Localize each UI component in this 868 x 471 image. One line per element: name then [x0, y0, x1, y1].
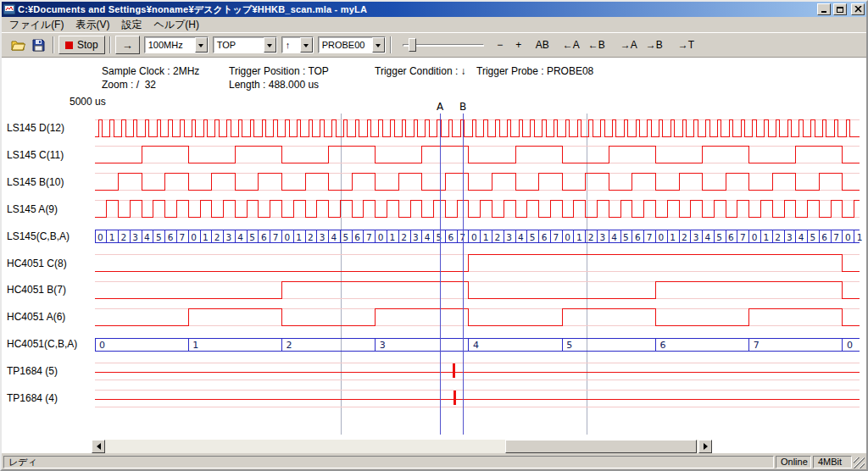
bus-value: 3	[320, 232, 326, 242]
bus-value: 3	[787, 232, 793, 242]
scroll-thumb[interactable]	[505, 440, 697, 453]
trace-LS145-C-11	[95, 147, 860, 163]
bus-value: 5	[623, 232, 629, 242]
bus-value: 7	[833, 232, 839, 242]
bus-value: 7	[553, 232, 559, 242]
bus-value: 2	[308, 232, 314, 242]
bus-value: 0	[378, 232, 384, 242]
bus-value: 0	[284, 232, 290, 242]
chevron-down-icon[interactable]	[372, 37, 385, 53]
glitch-pulse	[453, 391, 456, 405]
zoom-out-button[interactable]: −	[491, 36, 509, 54]
chevron-down-icon[interactable]	[264, 37, 276, 53]
trigger-position-select[interactable]: TOP	[213, 36, 277, 53]
client-area: Sample Clock : 2MHz Trigger Position : T…	[2, 58, 866, 453]
set-marker-b-button[interactable]: →B	[642, 36, 667, 54]
bus-value: 7	[273, 232, 279, 242]
bus-value: 0	[565, 232, 570, 242]
bus-value: 3	[413, 232, 419, 242]
resize-grip[interactable]	[854, 457, 865, 468]
bus-value: 4	[237, 232, 243, 242]
close-button[interactable]	[851, 3, 865, 15]
bus-value: 5	[810, 232, 816, 242]
bus-value: 0	[658, 232, 664, 242]
bus-value: 1	[857, 232, 863, 242]
bus-value: 2	[775, 232, 781, 242]
bus-value: 1	[296, 232, 302, 242]
maximize-button[interactable]	[833, 3, 847, 15]
bus-value: 4	[705, 232, 711, 242]
bus-value: 7	[366, 232, 372, 242]
bus-value: 4	[473, 340, 479, 351]
trace-LS145-A-9	[95, 201, 860, 218]
zoom-slider-thumb[interactable]	[409, 38, 416, 52]
trigger-probe-select[interactable]: PROBE00	[318, 36, 386, 53]
scroll-right-button[interactable]	[698, 440, 712, 453]
bus-value: 6	[168, 232, 174, 242]
toolbar-separator	[390, 36, 392, 53]
stop-icon	[65, 42, 73, 49]
bus-value: 7	[754, 340, 760, 351]
ab-span-button[interactable]: AB	[531, 36, 554, 54]
toolbar-separator	[109, 36, 111, 53]
horizontal-scrollbar[interactable]	[92, 440, 712, 453]
bus-value: 1	[670, 232, 676, 242]
menu-file[interactable]: ファイル(F)	[3, 17, 70, 33]
bus-value: 0	[97, 232, 103, 242]
goto-marker-b-button[interactable]: ←B	[584, 36, 609, 54]
bus-value: 5	[716, 232, 722, 242]
bus-value: 2	[495, 232, 501, 242]
bus-value: 3	[380, 340, 386, 351]
bus-value: 5	[342, 232, 348, 242]
chevron-down-icon[interactable]	[195, 37, 208, 53]
zoom-slider[interactable]	[401, 36, 486, 54]
title-bar[interactable]: C:¥Documents and Settings¥noname¥デスクトップ¥…	[2, 2, 866, 17]
scroll-right-icon	[704, 443, 711, 450]
zoom-in-button[interactable]: +	[509, 36, 528, 54]
bus-value: 3	[693, 232, 699, 242]
goto-marker-a-button[interactable]: ←A	[559, 36, 584, 54]
menu-help[interactable]: ヘルプ(H)	[147, 17, 205, 33]
goto-trigger-button[interactable]: →T	[674, 36, 698, 54]
menu-view[interactable]: 表示(V)	[70, 17, 115, 33]
run-button[interactable]: →	[115, 36, 140, 54]
bus-value: 0	[99, 340, 105, 351]
window-title: C:¥Documents and Settings¥noname¥デスクトップ¥…	[18, 3, 815, 16]
bus-value: 4	[518, 232, 524, 242]
bus-value: 2	[682, 232, 687, 242]
set-marker-a-button[interactable]: →A	[616, 36, 642, 54]
status-online: Online	[776, 456, 811, 468]
bus-value: 4	[611, 232, 617, 242]
minimize-button[interactable]	[817, 3, 831, 15]
bus-value: 0	[471, 232, 477, 242]
bus-value: 0	[845, 232, 851, 242]
scroll-left-button[interactable]	[92, 440, 105, 453]
bus-value: 5	[437, 232, 442, 242]
sample-clock-select[interactable]: 100MHz	[144, 36, 209, 53]
waveform-display[interactable]: 0123456701234567012345670123456701234567…	[2, 58, 866, 453]
menu-settings[interactable]: 設定	[115, 17, 147, 33]
save-button[interactable]	[28, 36, 48, 54]
bus-value: 6	[448, 232, 453, 242]
scroll-left-icon	[93, 443, 101, 450]
bus-value: 3	[600, 232, 606, 242]
trigger-edge-select[interactable]: ↑	[281, 36, 314, 53]
open-button[interactable]	[8, 36, 28, 54]
chevron-down-icon[interactable]	[300, 37, 313, 53]
bus-value: 3	[506, 232, 512, 242]
status-bar: レディ Online 4MBit	[2, 453, 866, 469]
bus-value: 1	[390, 232, 396, 242]
bus-value: 5	[566, 340, 572, 351]
bus-value: 1	[576, 232, 582, 242]
status-message: レディ	[3, 456, 774, 468]
app-icon	[3, 3, 15, 15]
open-folder-icon	[11, 39, 25, 51]
toolbar: Stop → 100MHz TOP ↑ PROBE00 − + AB ←A ←B	[2, 32, 866, 58]
bus-value: 7	[647, 232, 653, 242]
bus-value: 6	[659, 340, 665, 351]
bus-value: 1	[483, 232, 489, 242]
trace-HC4051-A-6	[95, 308, 860, 325]
trace-LS145-D-12	[95, 119, 860, 136]
stop-button[interactable]: Stop	[58, 36, 105, 54]
app-window: C:¥Documents and Settings¥noname¥デスクトップ¥…	[0, 0, 868, 471]
